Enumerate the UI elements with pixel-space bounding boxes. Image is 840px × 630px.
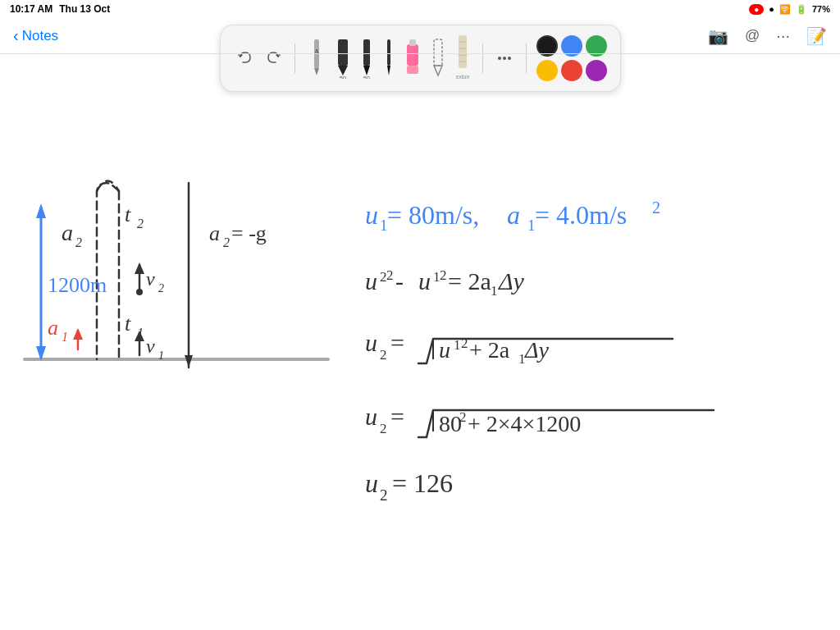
svg-text:1: 1 xyxy=(158,349,164,362)
svg-marker-7 xyxy=(363,66,370,75)
svg-text:a: a xyxy=(62,220,73,245)
svg-text:2: 2 xyxy=(652,199,660,217)
svg-text:Δy: Δy xyxy=(498,267,525,294)
svg-text:t: t xyxy=(125,203,131,226)
back-button[interactable]: ‹ Notes xyxy=(13,26,58,45)
chevron-left-icon: ‹ xyxy=(13,26,19,45)
at-button[interactable]: @ xyxy=(745,27,760,44)
svg-text:2: 2 xyxy=(380,347,387,363)
svg-text:50: 50 xyxy=(340,75,346,79)
svg-text:2: 2 xyxy=(223,235,230,249)
svg-text:a: a xyxy=(507,200,520,230)
svg-text:a: a xyxy=(48,316,58,340)
svg-text:2: 2 xyxy=(459,409,467,425)
battery-icon: 🔋 xyxy=(796,4,807,15)
record-indicator: ● xyxy=(749,4,764,15)
note-canvas[interactable]: a 2 t 2 a 2 = -g v 2 1200m a 1 t 1 v 1 xyxy=(0,89,840,630)
svg-text:2: 2 xyxy=(75,235,82,249)
svg-text:u: u xyxy=(365,468,378,498)
wifi-icon2: 🛜 xyxy=(779,4,791,15)
svg-text:texture: texture xyxy=(456,74,469,80)
svg-text:= 2a: = 2a xyxy=(448,267,491,294)
svg-text:+ 2a: + 2a xyxy=(469,337,510,363)
svg-text:=: = xyxy=(390,329,404,356)
svg-text:2: 2 xyxy=(440,267,447,283)
svg-rect-13 xyxy=(407,66,418,74)
svg-text:2: 2 xyxy=(137,217,144,231)
svg-text:= 126: = 126 xyxy=(392,468,453,498)
svg-text:u: u xyxy=(439,337,450,363)
color-purple[interactable] xyxy=(586,60,607,81)
wifi-icon: ● xyxy=(769,4,774,14)
svg-text:u: u xyxy=(365,403,377,430)
date-display: Thu 13 Oct xyxy=(59,3,110,15)
svg-text:50: 50 xyxy=(363,75,370,79)
back-label: Notes xyxy=(22,28,58,44)
svg-point-22 xyxy=(498,57,501,60)
svg-text:u: u xyxy=(418,267,431,294)
svg-text:2: 2 xyxy=(386,267,394,283)
svg-marker-10 xyxy=(387,66,390,75)
svg-text:u: u xyxy=(365,329,377,356)
svg-marker-1 xyxy=(314,68,319,75)
svg-marker-47 xyxy=(73,328,83,340)
svg-marker-4 xyxy=(338,66,348,75)
svg-text:u: u xyxy=(365,200,378,230)
svg-text:a: a xyxy=(209,221,220,245)
svg-text:= -g: = -g xyxy=(231,221,267,245)
svg-text:Δy: Δy xyxy=(524,337,549,363)
svg-point-42 xyxy=(136,289,143,295)
svg-text:1: 1 xyxy=(491,283,498,299)
svg-text:+ 2×4×1200: + 2×4×1200 xyxy=(468,411,581,436)
camera-button[interactable]: 📷 xyxy=(708,26,728,46)
svg-text:= 4.0m/s: = 4.0m/s xyxy=(535,200,627,230)
svg-text:2: 2 xyxy=(380,486,388,504)
svg-text:t: t xyxy=(125,312,131,336)
color-red[interactable] xyxy=(561,60,582,81)
svg-text:80: 80 xyxy=(439,411,462,436)
svg-text:u: u xyxy=(365,267,377,294)
svg-text:1: 1 xyxy=(454,337,461,353)
svg-text:1: 1 xyxy=(62,330,68,344)
svg-text:2: 2 xyxy=(380,421,387,436)
svg-marker-39 xyxy=(135,262,144,274)
svg-point-23 xyxy=(503,57,506,60)
status-bar: 10:17 AM Thu 13 Oct ● ● 🛜 🔋 77% xyxy=(0,0,840,18)
color-yellow[interactable] xyxy=(536,60,558,81)
handwriting-svg: a 2 t 2 a 2 = -g v 2 1200m a 1 t 1 v 1 xyxy=(0,89,840,630)
svg-point-24 xyxy=(508,57,511,60)
svg-marker-15 xyxy=(434,66,442,75)
svg-text:=: = xyxy=(390,403,404,430)
svg-text:-: - xyxy=(395,267,404,294)
svg-text:1200m: 1200m xyxy=(48,273,107,297)
svg-text:2: 2 xyxy=(158,282,164,294)
time-display: 10:17 AM xyxy=(10,3,52,15)
nav-bar: ‹ Notes 📷 @ ··· 📝 xyxy=(0,18,840,54)
compose-button[interactable]: 📝 xyxy=(806,26,827,46)
svg-text:v: v xyxy=(146,336,155,357)
svg-marker-29 xyxy=(36,203,46,218)
svg-text:= 80m/s,: = 80m/s, xyxy=(387,200,479,230)
battery-percent: 77% xyxy=(812,4,830,14)
ellipsis-button[interactable]: ··· xyxy=(776,26,790,45)
svg-text:v: v xyxy=(146,268,155,290)
svg-text:2: 2 xyxy=(461,336,468,351)
svg-marker-27 xyxy=(185,355,193,368)
